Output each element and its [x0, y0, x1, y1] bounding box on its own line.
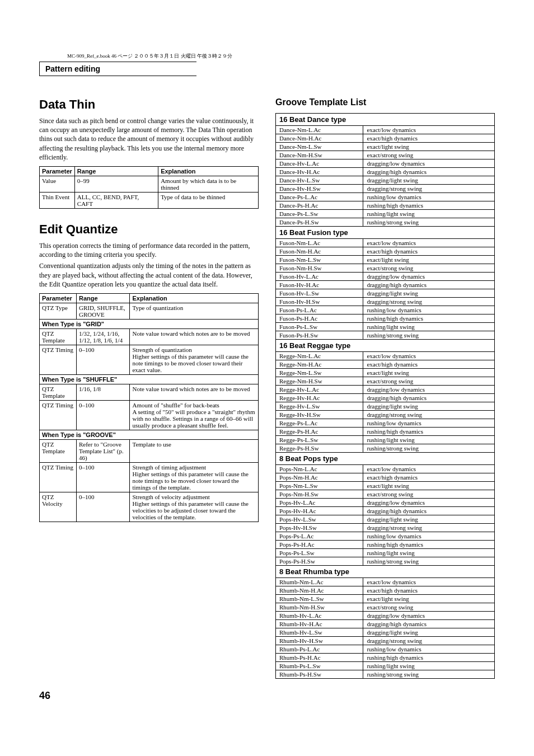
groove-desc-cell: rushing/low dynamics [363, 419, 495, 428]
groove-desc-cell: dragging/low dynamics [363, 499, 495, 507]
groove-group-header: 16 Beat Reggae type [276, 340, 495, 352]
groove-row: Dance-Ps-L.Acrushing/low dynamics [276, 193, 495, 201]
groove-row: Rhumb-Ps-H.Acrushing/high dynamics [276, 654, 495, 662]
groove-name-cell: Rhumb-Ps-L.Ac [276, 645, 363, 654]
groove-name-cell: Rhumb-Ps-H.Ac [276, 654, 363, 662]
cell: Note value toward which notes are to be … [130, 328, 259, 345]
groove-name-cell: Fuson-Nm-H.Sw [276, 264, 363, 273]
cell: QTZ Timing [40, 345, 77, 374]
cell: GRID, SHUFFLE, GROOVE [76, 303, 130, 319]
groove-name-cell: Regge-Ps-L.Ac [276, 419, 363, 428]
groove-desc-cell: dragging/high dynamics [363, 394, 495, 402]
groove-name-cell: Dance-Nm-H.Ac [276, 134, 363, 143]
table-subheader-row: When Type is "GRID" [40, 319, 259, 328]
groove-row: Regge-Ps-L.Swrushing/light swing [276, 436, 495, 444]
groove-desc-cell: rushing/strong swing [363, 331, 495, 340]
groove-name-cell: Pops-Ps-H.Sw [276, 557, 363, 566]
groove-row: Rhumb-Ps-H.Swrushing/strong swing [276, 670, 495, 679]
page-meta-text: MC-909_Ref_e.book 46 ページ ２００５年３月１日 火曜日 午… [67, 53, 232, 60]
groove-desc-cell: rushing/high dynamics [363, 201, 495, 210]
groove-desc-cell: dragging/low dynamics [363, 159, 495, 168]
groove-group-header-row: 16 Beat Dance type [276, 114, 495, 126]
groove-row: Fuson-Hv-L.Acdragging/low dynamics [276, 273, 495, 281]
groove-row: Fuson-Hv-H.Swdragging/strong swing [276, 298, 495, 306]
cell: QTZ Type [40, 303, 77, 319]
groove-row: Pops-Ps-H.Acrushing/high dynamics [276, 541, 495, 549]
table-row: QTZ Timing 0–100 Amount of "shuffle" for… [40, 400, 259, 430]
groove-row: Fuson-Ps-L.Acrushing/low dynamics [276, 306, 495, 314]
cell: 0–99 [74, 176, 158, 192]
groove-row: Rhumb-Ps-L.Acrushing/low dynamics [276, 645, 495, 654]
groove-desc-cell: rushing/low dynamics [363, 645, 495, 654]
groove-group-header-row: 8 Beat Rhumba type [276, 566, 495, 578]
groove-name-cell: Dance-Ps-L.Ac [276, 193, 363, 201]
groove-name-cell: Dance-Nm-L.Sw [276, 143, 363, 151]
groove-name-cell: Pops-Nm-L.Ac [276, 465, 363, 473]
groove-name-cell: Fuson-Hv-H.Sw [276, 298, 363, 306]
groove-row: Pops-Hv-H.Swdragging/strong swing [276, 524, 495, 532]
groove-name-cell: Dance-Ps-L.Sw [276, 210, 363, 218]
groove-desc-cell: dragging/high dynamics [363, 620, 495, 628]
cell: 0–100 [76, 462, 130, 492]
groove-name-cell: Fuson-Nm-L.Sw [276, 256, 363, 264]
edit-quantize-intro2: Conventional quantization adjusts only t… [39, 261, 259, 289]
groove-row: Rhumb-Nm-H.Swexact/strong swing [276, 603, 495, 612]
groove-row: Dance-Hv-H.Acdragging/high dynamics [276, 168, 495, 176]
groove-desc-cell: exact/strong swing [363, 490, 495, 499]
groove-desc-cell: exact/low dynamics [363, 578, 495, 586]
groove-row: Regge-Ps-H.Acrushing/high dynamics [276, 428, 495, 436]
groove-name-cell: Fuson-Hv-L.Ac [276, 273, 363, 281]
groove-desc-cell: dragging/high dynamics [363, 507, 495, 515]
groove-row: Dance-Hv-L.Swdragging/light swing [276, 176, 495, 185]
groove-name-cell: Pops-Ps-H.Ac [276, 541, 363, 549]
cell: QTZ Template [40, 439, 77, 462]
groove-row: Pops-Nm-H.Acexact/high dynamics [276, 473, 495, 482]
groove-name-cell: Pops-Ps-L.Sw [276, 549, 363, 557]
cell: 0–100 [76, 492, 130, 522]
groove-name-cell: Pops-Ps-L.Ac [276, 532, 363, 541]
groove-row: Rhumb-Nm-L.Swexact/light swing [276, 595, 495, 603]
groove-row: Fuson-Nm-L.Swexact/light swing [276, 256, 495, 264]
groove-desc-cell: rushing/light swing [363, 662, 495, 670]
groove-group-header: 8 Beat Pops type [276, 453, 495, 465]
cell: Strength of quantization Higher settings… [130, 345, 259, 374]
table-row: QTZ Type GRID, SHUFFLE, GROOVE Type of q… [40, 303, 259, 319]
sub-header: When Type is "SHUFFLE" [40, 374, 259, 384]
table-subheader-row: When Type is "GROOVE" [40, 430, 259, 439]
groove-desc-cell: exact/high dynamics [363, 360, 495, 369]
groove-row: Rhumb-Nm-L.Acexact/low dynamics [276, 578, 495, 586]
left-column: Data Thin Since data such as pitch bend … [39, 93, 259, 679]
groove-name-cell: Regge-Hv-H.Ac [276, 394, 363, 402]
groove-row: Dance-Nm-L.Acexact/low dynamics [276, 126, 495, 134]
groove-desc-cell: rushing/low dynamics [363, 193, 495, 201]
groove-name-cell: Dance-Nm-H.Sw [276, 151, 363, 159]
table-row: QTZ Timing 0–100 Strength of timing adju… [40, 462, 259, 492]
edit-quantize-table: Parameter Range Explanation QTZ Type GRI… [39, 293, 259, 522]
groove-name-cell: Dance-Ps-H.Sw [276, 218, 363, 227]
groove-row: Fuson-Nm-H.Acexact/high dynamics [276, 247, 495, 256]
groove-desc-cell: exact/light swing [363, 482, 495, 490]
data-thin-intro: Since data such as pitch bend or control… [39, 116, 259, 162]
groove-desc-cell: dragging/low dynamics [363, 612, 495, 620]
table-row: QTZ Velocity 0–100 Strength of velocity … [40, 492, 259, 522]
cell: ALL, CC, BEND, PAFT, CAFT [74, 192, 158, 208]
cell: Note value toward which notes are to be … [130, 384, 259, 400]
groove-name-cell: Pops-Nm-L.Sw [276, 482, 363, 490]
groove-row: Pops-Hv-H.Acdragging/high dynamics [276, 507, 495, 515]
cell: QTZ Template [40, 384, 77, 400]
document-page: MC-909_Ref_e.book 46 ページ ２００５年３月１日 火曜日 午… [0, 0, 534, 724]
groove-row: Rhumb-Hv-H.Acdragging/high dynamics [276, 620, 495, 628]
groove-name-cell: Dance-Hv-H.Ac [276, 168, 363, 176]
groove-row: Dance-Hv-H.Swdragging/strong swing [276, 185, 495, 193]
edit-quantize-title: Edit Quantize [39, 222, 259, 237]
groove-desc-cell: exact/strong swing [363, 151, 495, 159]
groove-row: Regge-Hv-H.Swdragging/strong swing [276, 411, 495, 419]
groove-row: Pops-Nm-L.Swexact/light swing [276, 482, 495, 490]
groove-name-cell: Regge-Nm-L.Sw [276, 369, 363, 377]
groove-desc-cell: rushing/high dynamics [363, 541, 495, 549]
groove-name-cell: Rhumb-Hv-L.Ac [276, 612, 363, 620]
groove-group-header-row: 16 Beat Fusion type [276, 227, 495, 239]
groove-desc-cell: dragging/low dynamics [363, 386, 495, 394]
groove-name-cell: Fuson-Nm-L.Ac [276, 239, 363, 247]
groove-row: Rhumb-Hv-L.Swdragging/light swing [276, 628, 495, 637]
